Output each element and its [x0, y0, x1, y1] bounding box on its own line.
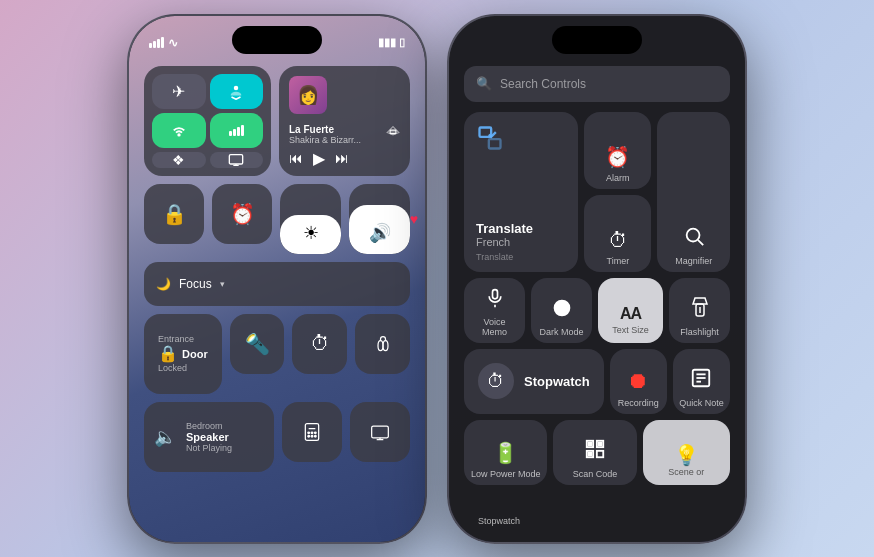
prev-btn[interactable]: ⏮: [289, 150, 303, 166]
brightness-icon: ☀: [303, 222, 319, 244]
speaker-status: Not Playing: [186, 443, 232, 453]
right-phone-screen: 🔍 Search Controls Translate: [449, 16, 745, 542]
alarm-btn[interactable]: ⏰: [212, 184, 272, 244]
airpods-btn[interactable]: [355, 314, 410, 374]
svg-rect-14: [372, 426, 389, 438]
timer-ctrl-icon: ⏱: [608, 229, 628, 252]
scan-code-btn[interactable]: Scan Code: [553, 420, 636, 485]
speaker-icon: 🔈: [154, 426, 176, 448]
low-power-btn[interactable]: 🔋 Low Power Mode: [464, 420, 547, 485]
stopwatch-btn[interactable]: ⏱ Stopwatch Stopwatch: [464, 349, 604, 414]
scene-btn[interactable]: 💡 Scene or: [643, 420, 730, 485]
text-size-btn[interactable]: AA Text Size: [598, 278, 663, 343]
cc-row-1: ✈ ❖: [144, 66, 410, 176]
airplane-btn[interactable]: ✈: [152, 74, 206, 109]
voice-memo-label: Voice Memo: [470, 317, 519, 337]
cc-row-2: 🔒 ⏰ ☀ 🔊 ♥: [144, 184, 410, 254]
album-emoji: 👩: [297, 84, 319, 106]
next-btn[interactable]: ⏭: [335, 150, 349, 166]
status-signal: ∿: [149, 36, 178, 50]
airplay-icon[interactable]: [386, 122, 400, 139]
ctrl-row-1: Translate French Translate ⏰ Alarm ⏱ Tim…: [464, 112, 730, 272]
recording-label: Recording: [618, 398, 659, 408]
tv-btn[interactable]: [350, 402, 410, 462]
door-lock-card[interactable]: Entrance 🔒 Door Locked: [144, 314, 222, 394]
signal-bar-3: [157, 39, 160, 48]
search-controls-bar[interactable]: 🔍 Search Controls: [464, 66, 730, 102]
left-phone-screen: ∿ 100% ▮▮▮ ▯ ✈: [129, 16, 425, 542]
right-stack-1: ⏰ Alarm ⏱ Timer: [584, 112, 651, 272]
stopwatch-label: Stopwatch: [478, 516, 520, 526]
dynamic-island-left: [232, 26, 322, 54]
translate-subtitle: French: [476, 236, 533, 248]
svg-point-10: [315, 432, 317, 434]
door-title: Door: [182, 348, 208, 360]
flashlight-btn[interactable]: 🔦: [230, 314, 285, 374]
timer-ctrl-btn[interactable]: ⏱ Timer: [584, 195, 651, 272]
svg-point-8: [308, 432, 310, 434]
focus-btn[interactable]: 🌙 Focus ▾: [144, 262, 410, 306]
translate-title: Translate: [476, 221, 533, 236]
dark-mode-btn[interactable]: Dark Mode: [531, 278, 592, 343]
volume-icon: 🔊: [369, 222, 391, 244]
control-center-grid: ✈ ❖: [144, 66, 410, 527]
svg-rect-3: [390, 130, 396, 134]
speaker-subtitle: Bedroom: [186, 421, 232, 431]
svg-point-19: [686, 228, 699, 241]
magnifier-ctrl-btn[interactable]: Magnifier: [657, 112, 730, 272]
wifi-icon: ∿: [168, 36, 178, 50]
flashlight-ctrl-icon: [691, 296, 709, 323]
voice-memo-icon: [485, 288, 505, 313]
timer-btn[interactable]: ⏱: [292, 314, 347, 374]
slider-group: ☀ 🔊 ♥: [280, 184, 410, 254]
svg-rect-35: [599, 442, 602, 445]
signal-bar-2: [153, 41, 156, 48]
airdrop-btn[interactable]: [210, 74, 264, 109]
flashlight-ctrl-btn[interactable]: Flashlight: [669, 278, 730, 343]
recording-btn[interactable]: ⏺ Recording: [610, 349, 667, 414]
scene-label: Scene or: [668, 467, 704, 477]
brightness-slider[interactable]: ☀: [280, 184, 341, 254]
quick-note-icon: [690, 367, 712, 394]
play-btn[interactable]: ▶: [313, 149, 325, 168]
svg-point-1: [178, 134, 180, 136]
music-info-row: La Fuerte Shakira & Bizarr...: [289, 122, 400, 145]
bluetooth-btn[interactable]: ❖: [152, 152, 206, 168]
speaker-card[interactable]: 🔈 Bedroom Speaker Not Playing: [144, 402, 274, 472]
quick-note-label: Quick Note: [679, 398, 724, 408]
alarm-ctrl-btn[interactable]: ⏰ Alarm: [584, 112, 651, 189]
music-controls: ⏮ ▶ ⏭: [289, 149, 400, 168]
screen-mirror-btn[interactable]: [210, 152, 264, 168]
calculator-btn[interactable]: [282, 402, 342, 462]
volume-slider[interactable]: 🔊: [349, 184, 410, 254]
speaker-title: Speaker: [186, 431, 232, 443]
voice-memo-btn[interactable]: Voice Memo: [464, 278, 525, 343]
svg-point-5: [383, 340, 388, 350]
lock-btn[interactable]: 🔒: [144, 184, 204, 244]
text-size-label: Text Size: [612, 325, 649, 335]
scan-code-label: Scan Code: [573, 469, 618, 479]
magnifier-ctrl-label: Magnifier: [675, 256, 712, 266]
cellular-btn[interactable]: [210, 113, 264, 148]
alarm-ctrl-icon: ⏰: [605, 145, 630, 169]
signal-bars: [149, 37, 164, 48]
svg-rect-2: [230, 154, 243, 163]
dynamic-island-right: [552, 26, 642, 54]
left-phone: ∿ 100% ▮▮▮ ▯ ✈: [127, 14, 427, 544]
heart-icon: ♥: [410, 211, 418, 227]
battery-area: ▮▮▮ ▯: [378, 36, 405, 49]
text-size-icon: AA: [620, 305, 641, 323]
door-title-row: 🔒 Door: [158, 344, 208, 363]
wifi-btn[interactable]: [152, 113, 206, 148]
door-subtitle: Entrance: [158, 334, 194, 344]
svg-rect-21: [492, 289, 497, 298]
magnifier-ctrl-icon: [683, 225, 705, 252]
svg-point-12: [311, 435, 313, 437]
svg-point-9: [311, 432, 313, 434]
ctrl-row-2: Voice Memo Dark Mode AA Text Size Fl: [464, 278, 730, 343]
translate-icon-area: [476, 124, 504, 156]
translate-btn[interactable]: Translate French Translate: [464, 112, 578, 272]
quick-note-btn[interactable]: Quick Note: [673, 349, 730, 414]
search-placeholder: Search Controls: [500, 77, 586, 91]
low-power-icon: 🔋: [493, 441, 518, 465]
